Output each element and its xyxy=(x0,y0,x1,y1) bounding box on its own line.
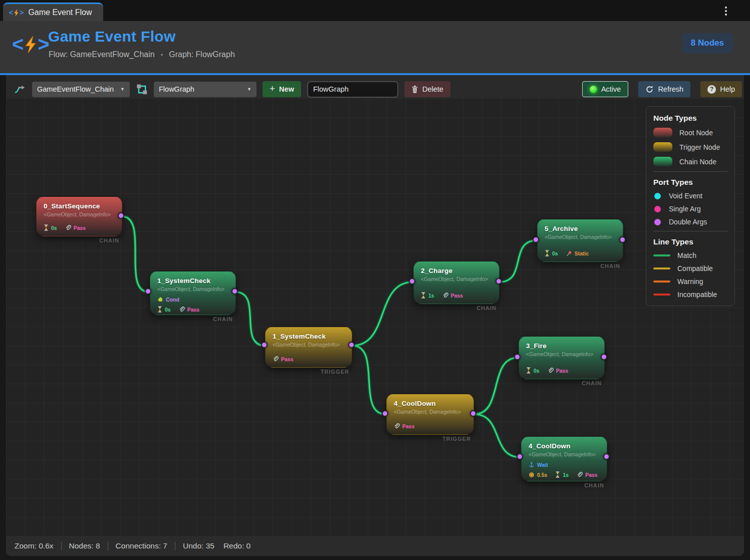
kebab-menu-icon[interactable] xyxy=(721,6,731,17)
compatible-line-icon xyxy=(653,267,670,269)
status-zoom: Zoom: 0.6x xyxy=(15,541,54,550)
node-cooldown-trigger[interactable]: 4_CoolDown <GameObject, DamageInfo> Pass… xyxy=(386,394,474,435)
chevron-down-icon: ▼ xyxy=(247,87,252,92)
status-redo: Redo: 0 xyxy=(223,541,251,550)
input-port[interactable] xyxy=(533,236,539,243)
status-connections: Connections: 7 xyxy=(116,541,167,550)
hourglass-icon xyxy=(545,250,550,256)
output-port[interactable] xyxy=(470,410,476,417)
node-type-label: TRIGGER xyxy=(442,436,471,442)
legend-row: Chain Node xyxy=(653,157,727,166)
hourglass-icon xyxy=(421,292,426,299)
status-bar: Zoom: 0.6x Nodes: 8 Connections: 7 Undo:… xyxy=(6,536,744,556)
output-port[interactable] xyxy=(118,212,124,219)
node-subtitle: <GameObject, DamageInfo> xyxy=(529,451,600,457)
refresh-button[interactable]: Refresh xyxy=(638,81,690,97)
chevron-down-icon: ▼ xyxy=(120,87,125,92)
output-port[interactable] xyxy=(495,278,502,285)
match-line-icon xyxy=(653,254,670,256)
graph-label: Graph: FlowGraph xyxy=(169,50,235,59)
pushpin-icon xyxy=(566,250,572,256)
legend-row: Incompatible xyxy=(653,291,727,299)
flow-select[interactable]: GameEventFlow_Chain ▼ xyxy=(32,82,130,97)
header-subtitle: Flow: GameEventFlow_Chain • Graph: FlowG… xyxy=(49,50,235,59)
root-node-swatch xyxy=(653,128,672,137)
merge-flow-icon xyxy=(14,83,26,95)
input-port[interactable] xyxy=(514,354,521,360)
input-port[interactable] xyxy=(145,288,151,295)
legend-row: Trigger Node xyxy=(653,142,727,152)
hourglass-icon xyxy=(526,367,531,374)
app-logo-bolt-icon: < > xyxy=(12,33,50,56)
app-window: < > Game Event Flow < > Game Event Flow … xyxy=(0,0,750,560)
node-cooldown-chain[interactable]: 4_CoolDown <GameObject, DamageInfo> Wait… xyxy=(521,436,607,481)
legend-line-types-title: Line Types xyxy=(653,237,727,246)
output-port[interactable] xyxy=(619,236,626,243)
pass-badge: Pass xyxy=(442,293,463,299)
node-title: 1_SystemCheck xyxy=(273,333,345,340)
legend-port-types-title: Port Types xyxy=(653,178,727,187)
node-system-check-chain[interactable]: 1_SystemCheck <GameObject, DamageInfo> C… xyxy=(150,271,236,315)
graph-name-input[interactable] xyxy=(307,81,398,98)
page-title: Game Event Flow xyxy=(48,28,176,45)
delete-button[interactable]: Delete xyxy=(404,81,450,97)
plus-icon: + xyxy=(270,83,275,94)
status-separator xyxy=(175,542,175,550)
node-archive[interactable]: 5_Archive <GameObject, DamageInfo> 0s St… xyxy=(537,219,623,262)
input-port[interactable] xyxy=(261,342,268,348)
delay-badge: 1s xyxy=(421,292,434,299)
void-event-port-icon xyxy=(654,193,661,199)
node-type-label: CHAIN xyxy=(99,237,119,243)
output-port[interactable] xyxy=(348,342,355,348)
node-system-check-trigger[interactable]: 1_SystemCheck <GameObject, DamageInfo> P… xyxy=(265,327,352,368)
legend-row: Match xyxy=(653,251,727,259)
refresh-icon xyxy=(645,85,654,94)
node-type-label: CHAIN xyxy=(584,482,604,488)
output-port[interactable] xyxy=(603,453,610,460)
input-port[interactable] xyxy=(517,453,523,460)
node-type-label: CHAIN xyxy=(213,316,233,322)
nodes-count-badge: 8 Nodes xyxy=(682,33,733,53)
status-undo: Undo: 35 xyxy=(183,541,214,550)
wait-badge: Wait xyxy=(529,462,548,468)
node-title: 3_Fire xyxy=(526,342,597,350)
node-type-label: CHAIN xyxy=(582,380,602,386)
node-subtitle: <GameObject, DamageInfo> xyxy=(44,211,115,217)
input-port[interactable] xyxy=(382,410,388,417)
node-charge[interactable]: 2_Charge <GameObject, DamageInfo> 1s Pas… xyxy=(413,261,499,304)
node-type-label: TRIGGER xyxy=(321,369,349,375)
legend-row: Single Arg xyxy=(653,205,727,213)
legend-node-types-title: Node Types xyxy=(653,114,727,123)
hourglass-icon xyxy=(555,471,560,478)
node-start-sequence[interactable]: 0_StartSequence <GameObject, DamageInfo>… xyxy=(36,196,122,236)
toolbar: GameEventFlow_Chain ▼ FlowGraph ▼ + New xyxy=(14,80,742,98)
cond-badge: Cond xyxy=(157,297,179,303)
graph-canvas[interactable]: 0_StartSequence <GameObject, DamageInfo>… xyxy=(6,98,744,536)
tab-game-event-flow[interactable]: < > Game Event Flow xyxy=(3,3,103,21)
output-port[interactable] xyxy=(601,354,607,360)
node-title: 4_CoolDown xyxy=(529,442,600,450)
puzzle-icon xyxy=(157,297,163,303)
active-toggle-button[interactable]: Active xyxy=(582,81,629,97)
new-button[interactable]: + New xyxy=(263,81,301,97)
node-type-label: CHAIN xyxy=(600,263,620,269)
node-subtitle: <GameObject, DamageInfo> xyxy=(545,234,616,240)
status-separator xyxy=(108,542,108,550)
node-subtitle: <GameObject, DamageInfo> xyxy=(157,286,228,292)
pass-badge: Pass xyxy=(394,423,415,429)
paperclip-icon xyxy=(179,307,185,313)
legend-row: Warning xyxy=(653,277,727,286)
pass-badge: Pass xyxy=(577,472,598,478)
graph-select[interactable]: FlowGraph ▼ xyxy=(154,82,257,97)
help-button[interactable]: ? Help xyxy=(700,81,742,97)
input-port[interactable] xyxy=(409,278,415,285)
node-title: 1_SystemCheck xyxy=(157,277,228,285)
trash-icon xyxy=(411,86,418,93)
node-fire[interactable]: 3_Fire <GameObject, DamageInfo> 0s Pass … xyxy=(519,336,605,379)
chain-node-swatch xyxy=(653,157,672,166)
delay-badge: 0s xyxy=(526,367,540,374)
delay-badge: 0s xyxy=(545,250,558,256)
node-subtitle: <GameObject, DamageInfo> xyxy=(394,409,466,415)
output-port[interactable] xyxy=(231,288,238,295)
warning-line-icon xyxy=(653,281,670,283)
